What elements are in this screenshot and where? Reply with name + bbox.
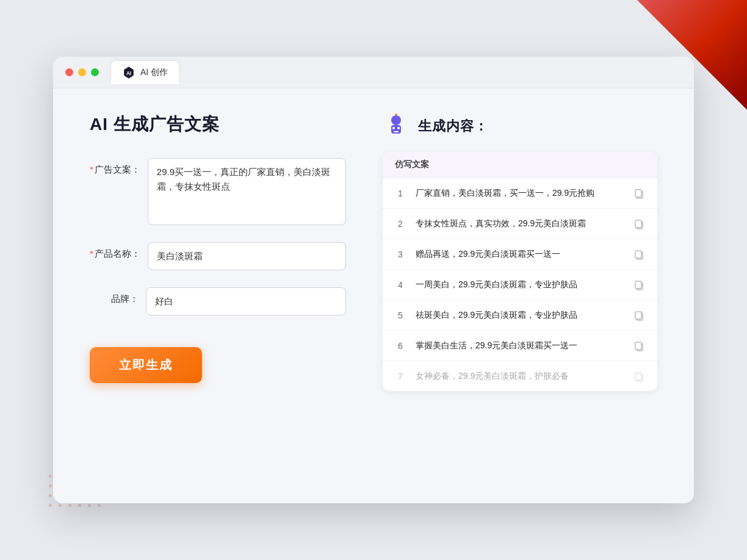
table-row: 1 厂家直销，美白淡斑霜，买一送一，29.9元抢购 [383,178,657,209]
required-star-2: * [90,248,93,259]
row-text: 掌握美白生活，29.9元美白淡斑霜买一送一 [416,339,623,352]
row-number: 1 [395,188,406,198]
svg-rect-6 [394,131,399,132]
product-name-label: *产品名称： [90,242,140,260]
main-content: AI 生成广告文案 *广告文案： 29.9买一送一，真正的厂家直销，美白淡斑霜，… [53,88,694,503]
result-header: 生成内容： [383,113,657,140]
browser-window: AI AI 创作 AI 生成广告文案 *广告文案： 29.9买一送一，真正的厂家… [53,57,694,503]
svg-rect-21 [635,342,641,350]
titlebar: AI AI 创作 [53,57,694,88]
svg-rect-19 [635,312,641,319]
row-number: 7 [395,372,406,381]
copy-icon[interactable] [633,248,645,260]
traffic-lights [65,68,99,76]
table-row: 5 祛斑美白，29.9元美白淡斑霜，专业护肤品 [383,300,657,331]
row-text: 女神必备，29.9元美白淡斑霜，护肤必备 [416,370,623,382]
row-number: 4 [395,280,406,290]
minimize-button[interactable] [78,68,86,76]
ad-copy-label: *广告文案： [90,158,140,176]
row-number: 2 [395,219,406,229]
row-text: 厂家直销，美白淡斑霜，买一送一，29.9元抢购 [416,187,623,199]
svg-rect-23 [635,373,641,380]
ad-copy-group: *广告文案： 29.9买一送一，真正的厂家直销，美白淡斑霜，专抹女性斑点 [90,158,346,225]
left-panel: AI 生成广告文案 *广告文案： 29.9买一送一，真正的厂家直销，美白淡斑霜，… [90,113,346,473]
product-name-group: *产品名称： [90,242,346,270]
table-row: 4 一周美白，29.9元美白淡斑霜，专业护肤品 [383,270,657,300]
table-row: 7 女神必备，29.9元美白淡斑霜，护肤必备 [383,361,657,391]
brand-group: 品牌： [90,287,346,315]
brand-label: 品牌： [90,287,139,305]
svg-text:AI: AI [126,70,131,76]
copy-icon[interactable] [633,187,645,199]
generate-button[interactable]: 立即生成 [90,347,202,383]
table-row: 6 掌握美白生活，29.9元美白淡斑霜买一送一 [383,331,657,361]
svg-rect-11 [635,190,641,197]
svg-point-4 [392,127,395,129]
robot-icon [383,113,410,140]
ad-copy-input[interactable]: 29.9买一送一，真正的厂家直销，美白淡斑霜，专抹女性斑点 [148,158,346,225]
maximize-button[interactable] [91,68,99,76]
table-column-header: 仿写文案 [383,152,657,178]
copy-icon[interactable] [633,340,645,352]
copy-icon[interactable] [633,370,645,382]
product-name-input[interactable] [148,242,346,270]
close-button[interactable] [65,68,73,76]
svg-rect-13 [635,220,641,228]
row-number: 6 [395,341,406,351]
row-text: 赠品再送，29.9元美白淡斑霜买一送一 [416,248,623,260]
brand-input[interactable] [146,287,346,315]
row-text: 祛斑美白，29.9元美白淡斑霜，专业护肤品 [416,309,623,321]
copy-icon[interactable] [633,218,645,230]
svg-point-5 [397,127,400,129]
table-row: 3 赠品再送，29.9元美白淡斑霜买一送一 [383,239,657,270]
row-text: 专抹女性斑点，真实功效，29.9元美白淡斑霜 [416,217,623,230]
row-text: 一周美白，29.9元美白淡斑霜，专业护肤品 [416,278,623,291]
ai-tab-icon: AI [122,66,135,79]
right-panel: 生成内容： 仿写文案 1 厂家直销，美白淡斑霜，买一送一，29.9元抢购 2 专… [383,113,657,473]
svg-rect-17 [635,281,641,289]
tab-label: AI 创作 [140,67,168,78]
svg-point-9 [395,113,397,116]
page-title: AI 生成广告文案 [90,113,346,136]
copy-icon[interactable] [633,279,645,291]
row-number: 5 [395,311,406,320]
copy-icon[interactable] [633,309,645,321]
result-table: 仿写文案 1 厂家直销，美白淡斑霜，买一送一，29.9元抢购 2 专抹女性斑点，… [383,152,657,391]
row-number: 3 [395,249,406,259]
table-row: 2 专抹女性斑点，真实功效，29.9元美白淡斑霜 [383,209,657,239]
ai-creation-tab[interactable]: AI AI 创作 [111,61,179,84]
required-star-1: * [90,164,93,174]
result-title: 生成内容： [418,117,488,135]
svg-rect-15 [635,251,641,258]
